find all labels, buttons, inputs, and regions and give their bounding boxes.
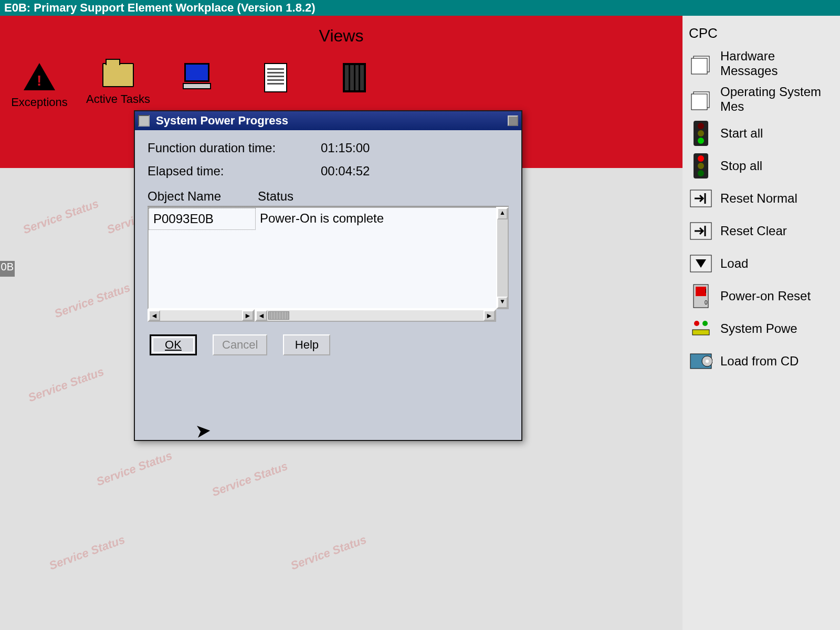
task-sidebar: CPC Hardware Messages Operating System M…	[682, 16, 840, 630]
svg-rect-19	[696, 287, 706, 296]
window-title: E0B: Primary Support Element Workplace (…	[4, 1, 316, 15]
svg-point-11	[698, 170, 704, 176]
folder-icon	[102, 63, 134, 87]
svg-point-9	[698, 155, 704, 162]
view-item-exceptions[interactable]: Exceptions	[0, 63, 79, 109]
sidebar-item-os-messages[interactable]: Operating System Mes	[682, 81, 840, 117]
vertical-scrollbar[interactable]: ▲ ▼	[496, 207, 509, 309]
sidebar-item-label: Reset Normal	[720, 191, 797, 206]
svg-point-23	[702, 321, 708, 326]
sidebar-item-label: Load from CD	[720, 354, 799, 369]
help-button[interactable]: Help	[283, 334, 330, 355]
system-menu-icon[interactable]	[138, 115, 150, 127]
svg-text:0: 0	[705, 300, 708, 306]
sidebar-item-start-all[interactable]: Start all	[682, 117, 840, 150]
scroll-thumb[interactable]	[268, 311, 289, 320]
document-icon	[264, 63, 287, 92]
svg-point-10	[698, 163, 704, 169]
reset-icon	[688, 185, 714, 212]
sidebar-title: CPC	[682, 21, 840, 46]
elapsed-label: Elapsed time:	[148, 164, 321, 178]
ok-button[interactable]: OK	[150, 334, 197, 355]
system-power-icon	[688, 316, 714, 342]
rack-icon	[343, 63, 366, 92]
sidebar-item-label: Stop all	[720, 159, 762, 173]
svg-point-27	[706, 360, 709, 363]
view-label: Active Tasks	[86, 92, 150, 106]
load-icon	[688, 250, 714, 277]
view-item-rack[interactable]	[315, 63, 394, 92]
cell-status: Power-On is complete	[256, 208, 388, 230]
reset-icon	[688, 218, 714, 244]
sidebar-item-stop-all[interactable]: Stop all	[682, 150, 840, 182]
progress-table: P0093E0B Power-On is complete	[148, 207, 509, 309]
sidebar-item-label: Reset Clear	[720, 224, 787, 238]
svg-text:I: I	[705, 288, 707, 294]
scroll-left-icon[interactable]: ◄	[256, 310, 267, 321]
sidebar-item-system-power[interactable]: System Powe	[682, 312, 840, 345]
column-header-object[interactable]: Object Name	[148, 189, 258, 204]
view-item-document[interactable]	[236, 63, 315, 92]
dialog-title: System Power Progress	[156, 114, 288, 128]
sidebar-item-label: System Powe	[720, 321, 797, 336]
computer-icon	[183, 63, 211, 89]
sidebar-item-label: Start all	[720, 126, 763, 141]
column-header-status[interactable]: Status	[258, 189, 293, 204]
svg-rect-1	[691, 58, 707, 74]
sidebar-item-load[interactable]: Load	[682, 247, 840, 280]
scroll-down-icon[interactable]: ▼	[497, 297, 508, 308]
messages-icon	[688, 50, 714, 77]
scroll-up-icon[interactable]: ▲	[497, 208, 508, 219]
messages-icon	[688, 86, 714, 112]
svg-point-22	[694, 321, 699, 326]
power-switch-icon: I0	[688, 283, 714, 309]
svg-point-5	[698, 123, 704, 129]
svg-point-7	[698, 138, 704, 144]
sidebar-item-reset-normal[interactable]: Reset Normal	[682, 182, 840, 215]
scroll-left-icon[interactable]: ◄	[149, 310, 160, 321]
traffic-light-red-icon	[688, 153, 714, 179]
table-row[interactable]: P0093E0B Power-On is complete	[149, 208, 508, 230]
duration-value: 01:15:00	[321, 141, 370, 155]
svg-point-6	[698, 130, 704, 136]
mouse-cursor-icon: ➤	[194, 419, 212, 443]
scroll-right-icon[interactable]: ►	[242, 310, 254, 321]
sidebar-item-power-on-reset[interactable]: I0 Power-on Reset	[682, 280, 840, 312]
dialog-titlebar[interactable]: System Power Progress	[135, 111, 521, 130]
system-power-progress-dialog: System Power Progress Function duration …	[134, 110, 522, 441]
view-label: Exceptions	[11, 96, 68, 109]
sidebar-item-load-from-cd[interactable]: Load from CD	[682, 345, 840, 377]
view-item-computer[interactable]	[158, 63, 236, 89]
cell-object-name: P0093E0B	[149, 208, 256, 230]
elapsed-value: 00:04:52	[321, 164, 370, 178]
horizontal-scrollbar-left[interactable]: ◄ ►	[148, 309, 255, 322]
maximize-icon[interactable]	[508, 116, 518, 126]
scroll-right-icon[interactable]: ►	[484, 310, 495, 321]
svg-rect-24	[692, 330, 709, 335]
left-tab[interactable]: 0B	[0, 261, 15, 277]
sidebar-item-label: Hardware Messages	[720, 49, 835, 78]
traffic-light-green-icon	[688, 120, 714, 146]
duration-label: Function duration time:	[148, 141, 321, 155]
sidebar-item-label: Power-on Reset	[720, 289, 811, 303]
views-heading: Views	[0, 26, 682, 46]
sidebar-item-reset-clear[interactable]: Reset Clear	[682, 215, 840, 247]
warning-icon	[24, 63, 55, 90]
svg-rect-3	[691, 94, 707, 110]
view-item-active-tasks[interactable]: Active Tasks	[79, 63, 158, 106]
horizontal-scrollbar-right[interactable]: ◄ ►	[255, 309, 496, 322]
window-titlebar: E0B: Primary Support Element Workplace (…	[0, 0, 840, 16]
cd-icon	[688, 348, 714, 374]
cancel-button: Cancel	[213, 334, 267, 355]
sidebar-item-label: Operating System Mes	[720, 85, 835, 114]
sidebar-item-label: Load	[720, 256, 748, 271]
sidebar-item-hardware-messages[interactable]: Hardware Messages	[682, 46, 840, 81]
